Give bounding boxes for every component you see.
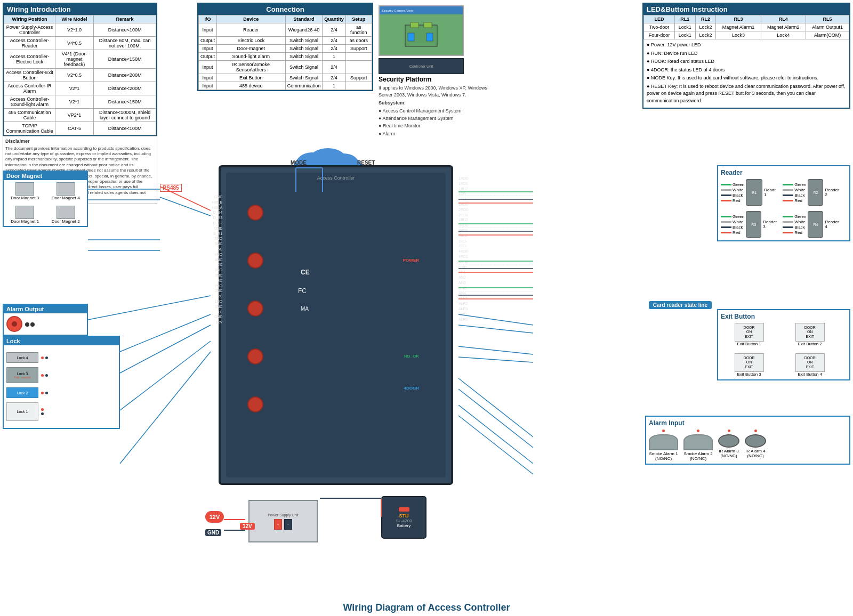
terminal-label: GND bbox=[212, 314, 222, 320]
svg-line-18 bbox=[120, 341, 211, 410]
svg-rect-3 bbox=[408, 33, 414, 41]
svg-rect-4 bbox=[426, 33, 433, 41]
terminal-label: 489_A bbox=[212, 205, 222, 210]
terminal-label: 4NC bbox=[212, 257, 222, 263]
relay-rl3 bbox=[247, 301, 263, 317]
led-table-cell: Lock1 bbox=[675, 23, 696, 31]
reader-title: Reader bbox=[721, 169, 847, 176]
svg-line-17 bbox=[120, 325, 211, 373]
terminal-label: 12V bbox=[212, 320, 222, 325]
terminal-label: 1DR bbox=[458, 191, 468, 197]
led-title: LED&Buttom Instruction bbox=[643, 4, 849, 15]
connection-table-cell: Input bbox=[199, 61, 217, 74]
access-controller-label: Access Controller bbox=[226, 173, 446, 181]
wiring-table-cell: VP2*1 bbox=[55, 109, 93, 122]
wiring-table-row: Power Supply-Access ControllerV2*1.0Dist… bbox=[4, 23, 156, 37]
terminal-label: ALR2 bbox=[458, 301, 468, 306]
ma-mark: MA bbox=[301, 306, 309, 312]
connection-table-row: OutputElectric LockSwitch Signal2/4as do… bbox=[199, 37, 372, 45]
svg-line-15 bbox=[160, 197, 211, 216]
reader-4-label: Reader 4 bbox=[825, 220, 839, 229]
subsystem-items-list: ● Access Control Management System● Atte… bbox=[379, 107, 490, 138]
connection-table-cell: Input bbox=[199, 74, 217, 82]
lock-4-item: Lock 4 bbox=[6, 352, 116, 363]
reader-3-wires: Green White Black Red bbox=[721, 214, 744, 235]
terminal-label: 2C bbox=[212, 294, 222, 299]
wiring-table-cell: V2*1 bbox=[55, 95, 93, 109]
exit-btn-1: DOORONEXIT Exit Button 1 bbox=[721, 323, 777, 346]
security-platform-section: Security Camera View Controller Unit Sec… bbox=[379, 5, 490, 137]
led-table-cell: Four-door bbox=[644, 31, 675, 39]
connection-table-cell: 2/4 bbox=[323, 23, 346, 37]
led-table-row: Two-doorLock1Lock2Magnet Alarm1Magnet Al… bbox=[644, 23, 849, 31]
connection-table-cell: Sound-light alarm bbox=[217, 53, 286, 61]
terminal-label: D_S3 bbox=[212, 215, 222, 221]
card-reader-state-label: Card reader state line bbox=[649, 301, 712, 309]
lock-items: Lock 4 Lock 3 Fail: secure Lock 2 Lock 1 bbox=[4, 345, 119, 428]
psu-12v: + bbox=[274, 519, 282, 530]
terminal-label: GND bbox=[458, 312, 468, 317]
terminal-label: ALR1 bbox=[458, 296, 468, 301]
wiring-table-row: 485 Communication CableVP2*1Distance<100… bbox=[4, 109, 156, 122]
security-platform-image: Security Camera View bbox=[379, 5, 464, 56]
wiring-table-cell: 485 Communication Cable bbox=[4, 109, 55, 122]
exit-button-section: Exit Button DOORONEXIT Exit Button 1 DOO… bbox=[717, 309, 850, 380]
ce-mark: CE bbox=[301, 269, 310, 276]
connection-table-cell: Support bbox=[345, 45, 372, 53]
connection-table-cell: Input bbox=[199, 45, 217, 53]
battery-model: SL-4200 bbox=[396, 518, 412, 523]
connection-table-cell: Communication bbox=[285, 82, 323, 90]
connection-table-cell: 1 bbox=[323, 82, 346, 90]
terminal-label: 2NO bbox=[212, 283, 222, 289]
lock-title: Lock bbox=[4, 337, 119, 345]
col-quantity: Quantity bbox=[323, 15, 346, 23]
col-wiring-position: Wiring Position bbox=[4, 15, 55, 23]
connection-table-cell bbox=[345, 53, 372, 61]
wiring-table: Wiring Position Wire Model Remark Power … bbox=[4, 15, 156, 135]
led-table-cell: Lock2 bbox=[695, 31, 716, 39]
terminal-label: GND bbox=[458, 286, 468, 291]
12v-label: 12V bbox=[205, 511, 224, 523]
connection-table-cell: Exit Button bbox=[217, 74, 286, 82]
led-col-header: RL1 bbox=[675, 15, 696, 23]
terminal-label: 2RD0 bbox=[458, 207, 468, 213]
svg-line-16 bbox=[120, 314, 211, 352]
terminal-label: 5NO bbox=[212, 236, 222, 241]
wiring-table-cell: Distance 60M, max. can not over 100M. bbox=[94, 37, 156, 50]
terminal-label: 4NO bbox=[212, 252, 222, 257]
relay-rl2 bbox=[247, 348, 263, 364]
svg-line-40 bbox=[458, 357, 533, 362]
terminal-label: ALR4 bbox=[458, 317, 468, 322]
reader-2-icon: R2 bbox=[808, 179, 823, 206]
security-subsystem: Subsystem: ● Access Control Management S… bbox=[379, 99, 490, 137]
connection-table-row: InputDoor-magnetSwitch Signal2/4Support bbox=[199, 45, 372, 53]
connection-table-row: OutputSound-light alarmSwitch Signal1 bbox=[199, 53, 372, 61]
led-col-header: RL3 bbox=[716, 15, 761, 23]
terminal-label: 4RD1 bbox=[458, 254, 468, 260]
psu-gnd: - bbox=[284, 519, 292, 530]
connection-table-cell: Support bbox=[345, 74, 372, 82]
gnd-label: GND bbox=[205, 529, 221, 536]
terminal-label: 1C bbox=[212, 310, 222, 315]
platform-map-svg bbox=[400, 20, 442, 52]
led-note-item: ● RUN: Device run LED bbox=[647, 50, 846, 58]
fcc-mark: FC bbox=[298, 287, 307, 295]
terminal-label: 3BUZ bbox=[458, 233, 468, 239]
lock-4-icon: Lock 4 bbox=[6, 352, 38, 363]
led-table-row: Four-doorLock1Lock2Lock3Lock4Alarm(COM) bbox=[644, 31, 849, 39]
smoke-alarm-2: Smoke Alarm 2 (NO/NC) bbox=[683, 429, 713, 461]
connection-title: Connection bbox=[198, 4, 372, 15]
reader-3-label: Reader 3 bbox=[763, 220, 777, 229]
led-table-cell: Alarm(COM) bbox=[806, 31, 849, 39]
led-note-item: ● RDOK: Read card status LED bbox=[647, 58, 846, 66]
connection-table-cell: Switch Signal bbox=[285, 74, 323, 82]
wiring-table-cell: V4*1 (Door-magnet feedback) bbox=[55, 50, 93, 69]
battery-terminal bbox=[399, 507, 409, 512]
alarm-output-icon bbox=[6, 316, 22, 332]
alarm-output-title: Alarm Output bbox=[4, 305, 87, 313]
led-note-item: ● Power: 12V power LED bbox=[647, 42, 846, 49]
reader-section: Reader Green White Black Red R1 Readr 1 … bbox=[717, 165, 850, 241]
led-notes: ● Power: 12V power LED● RUN: Device run … bbox=[643, 39, 849, 108]
smoke-alarm-2-icon bbox=[683, 434, 713, 450]
terminal-label: AN1 bbox=[458, 270, 468, 275]
